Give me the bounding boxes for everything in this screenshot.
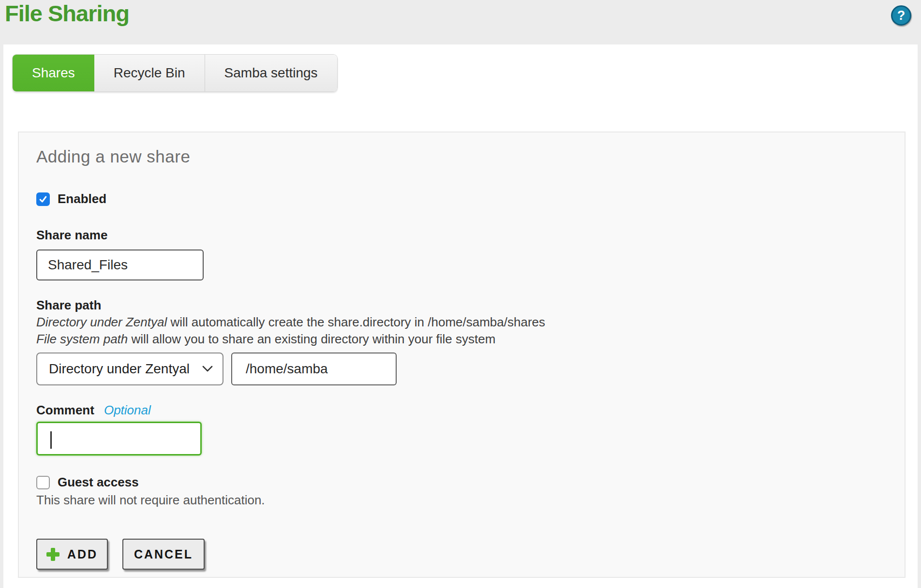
enabled-row: Enabled: [36, 191, 885, 206]
guest-access-note: This share will not require authenticati…: [36, 493, 885, 508]
path-type-selected-value: Directory under Zentyal: [49, 361, 190, 377]
share-path-label: Share path: [36, 298, 885, 313]
plus-icon: [46, 548, 59, 561]
guest-access-checkbox[interactable]: [36, 476, 50, 489]
enabled-label: Enabled: [58, 191, 106, 206]
optional-tag: Optional: [104, 403, 151, 418]
comment-input[interactable]: [36, 422, 202, 456]
tab-recycle-bin[interactable]: Recycle Bin: [94, 55, 205, 91]
tab-bar: Shares Recycle Bin Samba settings: [12, 54, 338, 92]
share-name-input[interactable]: [36, 250, 204, 280]
add-share-form-panel: Adding a new share Enabled Share name Sh…: [18, 132, 906, 578]
tab-samba-settings-label: Samba settings: [224, 65, 318, 81]
main-content: Shares Recycle Bin Samba settings Adding…: [3, 44, 918, 588]
share-name-label: Share name: [36, 228, 885, 243]
tab-shares[interactable]: Shares: [13, 55, 94, 91]
comment-label-row: Comment Optional: [36, 403, 885, 418]
page-header: File Sharing ?: [0, 0, 921, 44]
tab-shares-label: Shares: [32, 65, 75, 81]
checkmark-icon: [38, 194, 48, 204]
cancel-button[interactable]: CANCEL: [122, 539, 205, 570]
path-type-select[interactable]: Directory under Zentyal: [36, 353, 223, 385]
question-mark-icon: ?: [897, 8, 906, 23]
share-path-help-line-2: File system path will allow you to share…: [36, 332, 885, 347]
comment-label: Comment: [36, 403, 94, 418]
cancel-button-label: CANCEL: [134, 547, 193, 561]
tab-recycle-bin-label: Recycle Bin: [114, 65, 185, 81]
chevron-down-icon: [202, 366, 213, 372]
enabled-checkbox[interactable]: [36, 192, 50, 206]
text-caret: [50, 431, 52, 449]
tab-samba-settings[interactable]: Samba settings: [205, 55, 337, 91]
guest-access-row: Guest access: [36, 475, 885, 490]
form-title: Adding a new share: [36, 147, 885, 166]
help-button[interactable]: ?: [891, 5, 911, 26]
page-title: File Sharing: [5, 0, 129, 27]
add-button[interactable]: ADD: [36, 539, 108, 570]
share-path-row: Directory under Zentyal: [36, 353, 885, 385]
add-button-label: ADD: [67, 547, 98, 561]
form-buttons-row: ADD CANCEL: [36, 539, 885, 570]
share-path-help-line-1: Directory under Zentyal will automatical…: [36, 315, 885, 330]
share-path-input[interactable]: [231, 353, 397, 385]
guest-access-label: Guest access: [58, 475, 139, 490]
